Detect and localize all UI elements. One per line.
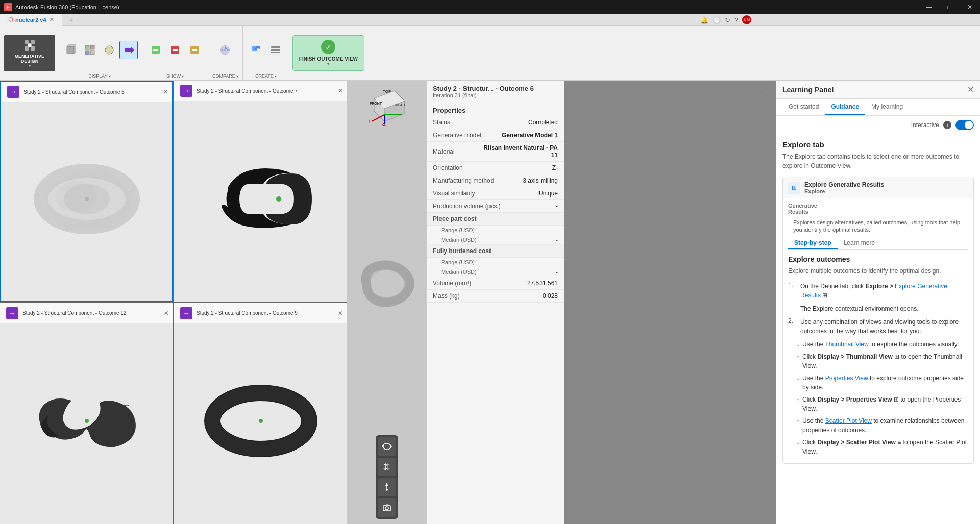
- view-controls: [376, 435, 398, 519]
- close-button[interactable]: ✕: [960, 0, 980, 14]
- active-tab[interactable]: ⬡ nuclear2 v4 ✕: [0, 14, 62, 26]
- outcome-2-nav-btn[interactable]: →: [180, 85, 192, 97]
- burdened-range-row: Range (USD) -: [427, 258, 564, 267]
- material-value: Rilsan Invent Natural - PA 11: [481, 144, 558, 159]
- outcome-panel-4[interactable]: → Study 2 - Structural Component - Outco…: [174, 303, 347, 525]
- interactive-toggle[interactable]: [955, 120, 974, 130]
- export-icon: [251, 44, 262, 56]
- list-icon: [270, 44, 281, 56]
- lp-header: Learning Panel ✕: [776, 81, 980, 99]
- svg-rect-0: [24, 40, 29, 44]
- svg-rect-28: [271, 46, 280, 48]
- outcome-2-close[interactable]: ✕: [338, 87, 343, 94]
- lp-subtab-step-by-step[interactable]: Step-by-step: [788, 237, 838, 249]
- toggle-knob: [965, 121, 973, 129]
- thumbnail-view-link[interactable]: Thumbnail View: [825, 341, 869, 348]
- 3d-preview-shape: [356, 258, 418, 309]
- pan-button[interactable]: [378, 458, 396, 476]
- svg-rect-30: [271, 52, 280, 53]
- zoom-button[interactable]: [378, 478, 396, 496]
- material-label: Material: [433, 148, 455, 155]
- lp-close-button[interactable]: ✕: [967, 85, 974, 94]
- show-red-btn[interactable]: [166, 41, 184, 59]
- pan-icon: [382, 462, 392, 472]
- outcome-3-close[interactable]: ✕: [164, 310, 169, 317]
- outcome-1-shape: [26, 158, 148, 240]
- orbit-button[interactable]: [378, 437, 396, 456]
- fully-burdened-cost-header: Fully burdened cost: [427, 245, 564, 258]
- show-yellow-icon: [189, 44, 200, 56]
- lp-subtabs: Step-by-step Learn more: [788, 237, 968, 250]
- svg-rect-11: [90, 51, 94, 55]
- lp-tab-my-learning[interactable]: My learning: [865, 99, 909, 115]
- burdened-median-label: Median (USD): [441, 269, 477, 275]
- display-sphere-btn[interactable]: [100, 41, 118, 59]
- maximize-button[interactable]: □: [939, 0, 960, 14]
- interactive-row: Interactive i: [776, 116, 980, 134]
- explore-generative-card: ⊞ Explore Generative Results Explore Gen…: [782, 177, 974, 464]
- piece-median-label: Median (USD): [441, 237, 477, 243]
- scatter-plot-view-link[interactable]: Scatter Plot View: [825, 417, 872, 425]
- user-avatar[interactable]: KN: [742, 15, 751, 24]
- display-grid-btn[interactable]: [81, 41, 99, 59]
- create-group: CREATE ▾: [243, 26, 289, 81]
- mfg-method-label: Manufacturing method: [433, 177, 494, 184]
- help-icon[interactable]: ?: [734, 16, 738, 24]
- gen-model-row: Generative model Generative Model 1: [427, 129, 564, 142]
- svg-text:FRONT: FRONT: [370, 102, 382, 105]
- prod-volume-row: Production volume (pcs.) -: [427, 200, 564, 213]
- finish-outcome-view-button[interactable]: ✓ FINISH OUTCOME VIEW ▾: [292, 35, 364, 71]
- show-green-btn[interactable]: [146, 41, 165, 59]
- interactive-info-icon[interactable]: i: [943, 121, 951, 129]
- outcome-4-close[interactable]: ✕: [338, 310, 343, 317]
- properties-view-link[interactable]: Properties View: [825, 375, 868, 382]
- outcome-1-nav-btn[interactable]: →: [7, 86, 19, 98]
- lp-subtab-learn-more[interactable]: Learn more: [838, 237, 881, 249]
- tab-close-button[interactable]: ✕: [50, 17, 54, 22]
- outcome-3-nav-btn[interactable]: →: [6, 307, 18, 319]
- outcome-2-title: Study 2 - Structural Component - Outcome…: [197, 88, 298, 94]
- compare-arrows-btn[interactable]: [216, 41, 234, 59]
- card-subtitle: Explore: [804, 188, 884, 194]
- show-red-icon: [169, 44, 181, 56]
- orientation-value: Z-: [552, 164, 558, 171]
- notifications-icon[interactable]: 🔔: [700, 16, 708, 24]
- create-export-btn[interactable]: [247, 41, 265, 59]
- svg-rect-3: [31, 46, 35, 51]
- volume-value: 27,531.561: [527, 280, 558, 287]
- display-cube-btn[interactable]: [61, 41, 80, 59]
- burdened-range-value: -: [556, 259, 558, 265]
- outcome-panel-grid: → Study 2 - Structural Component - Outco…: [0, 81, 347, 524]
- svg-point-4: [28, 43, 32, 47]
- visual-sim-value: Unique: [538, 190, 558, 197]
- outcome-panel-1[interactable]: → Study 2 - Structural Component - Outco…: [0, 81, 173, 302]
- outcome-panel-3[interactable]: → Study 2 - Structural Component - Outco…: [0, 303, 173, 525]
- clock-icon[interactable]: 🕐: [713, 16, 721, 24]
- camera-button[interactable]: [378, 498, 396, 517]
- outcome-1-close[interactable]: ✕: [163, 88, 168, 95]
- prod-volume-value: -: [556, 203, 558, 210]
- create-list-btn[interactable]: [266, 41, 285, 59]
- svg-marker-56: [385, 483, 388, 486]
- 3d-viewer-panel: TOP FRONT RIGHT Z ! ✕: [347, 81, 426, 524]
- bullet-scatter-2: Click Display > Scatter Plot View ≡ to o…: [796, 438, 968, 456]
- svg-marker-54: [382, 444, 383, 448]
- show-yellow-btn[interactable]: [185, 41, 204, 59]
- outcome-4-nav-btn[interactable]: →: [180, 307, 192, 319]
- display-arrow-btn[interactable]: [119, 41, 138, 59]
- minimize-button[interactable]: —: [919, 0, 939, 14]
- gen-design-icon: [22, 38, 37, 53]
- lp-tab-get-started[interactable]: Get started: [782, 99, 825, 115]
- outcome-panel-2[interactable]: → Study 2 - Structural Component - Outco…: [174, 81, 347, 302]
- generative-design-button[interactable]: GENERATIVE DESIGN ▾: [4, 35, 55, 71]
- svg-rect-14: [125, 48, 131, 52]
- new-tab-button[interactable]: +: [65, 14, 78, 26]
- refresh-icon[interactable]: ↻: [725, 16, 730, 24]
- explore-tab-text: The Explore tab contains tools to select…: [782, 152, 974, 170]
- step-2: 2. Use any combination of views and view…: [788, 317, 968, 336]
- nav-cube[interactable]: TOP FRONT RIGHT Z ! ✕: [366, 86, 407, 127]
- svg-rect-29: [271, 49, 280, 51]
- outcome-2-shape: [200, 158, 322, 240]
- lp-tab-guidance[interactable]: Guidance: [825, 99, 865, 115]
- svg-text:!: !: [369, 119, 370, 124]
